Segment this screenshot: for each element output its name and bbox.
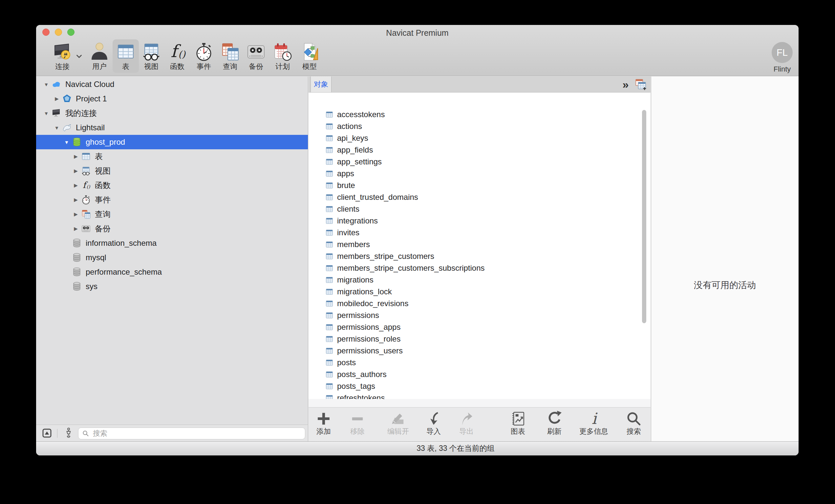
connection-filter-icon[interactable] — [62, 427, 75, 439]
sidebar-tree: ▼Navicat Cloud▶Project 1▼我的连接▼Lightsail▼… — [36, 77, 308, 425]
table-row[interactable]: accesstokens — [308, 109, 651, 121]
tree-item-performance-schema[interactable]: performance_schema — [36, 265, 308, 279]
table-icon — [325, 358, 334, 367]
table-row[interactable]: posts_authors — [308, 369, 651, 380]
scrollbar-thumb[interactable] — [642, 110, 646, 323]
edit-open-icon — [390, 410, 407, 427]
disclosure-right-icon[interactable]: ▶ — [71, 183, 81, 188]
table-icon — [81, 151, 91, 162]
table-row[interactable]: permissions — [308, 310, 651, 321]
refresh-button[interactable]: 刷新 — [539, 410, 569, 435]
tree-item-label: Lightsail — [76, 123, 105, 132]
tree-item-functions[interactable]: ▶f()函数 — [36, 178, 308, 193]
table-row[interactable]: permissions_apps — [308, 321, 651, 333]
table-row[interactable]: members — [308, 238, 651, 250]
toolbar-item-function[interactable]: f()函数 — [164, 39, 190, 73]
table-row[interactable]: permissions_users — [308, 345, 651, 357]
toolbar-item-schedule[interactable]: 计划 — [269, 39, 296, 73]
table-row[interactable]: posts_tags — [308, 380, 651, 392]
tree-item-lightsail[interactable]: ▼Lightsail — [36, 121, 308, 135]
table-row[interactable]: app_fields — [308, 144, 651, 156]
disclosure-down-icon[interactable]: ▼ — [41, 110, 51, 116]
add-icon — [315, 410, 332, 427]
tree-item-queries[interactable]: ▶查询 — [36, 207, 308, 222]
tree-item-ghost-prod[interactable]: ▼ghost_prod — [36, 135, 308, 149]
table-row[interactable]: migrations — [308, 274, 651, 286]
toolbar-item-model[interactable]: 模型 — [297, 39, 323, 73]
connection-dropdown-chevron[interactable] — [76, 54, 83, 59]
toolbar-item-view[interactable]: 视图 — [138, 39, 164, 73]
table-row[interactable]: apps — [308, 168, 651, 180]
tree-item-label: 我的连接 — [65, 108, 97, 119]
tab-objects[interactable]: 对象 — [310, 77, 331, 92]
user-icon — [89, 41, 110, 62]
toolbar-item-label: 备份 — [243, 63, 269, 70]
tree-item-tables[interactable]: ▶表 — [36, 149, 308, 164]
table-row[interactable]: invites — [308, 227, 651, 238]
user-avatar[interactable]: FL — [772, 42, 793, 63]
panel-toggle-icon[interactable] — [42, 428, 52, 438]
tree-item-information-schema[interactable]: information_schema — [36, 236, 308, 250]
tree-item-events[interactable]: ▶事件 — [36, 193, 308, 207]
table-row[interactable]: mobiledoc_revisions — [308, 298, 651, 310]
search-input[interactable] — [92, 429, 302, 438]
table-row[interactable]: members_stripe_customers_subscriptions — [308, 262, 651, 274]
toolbar-item-connection[interactable]: 连接 — [49, 39, 76, 73]
chart-button[interactable]: 图表 — [503, 410, 533, 435]
tree-item-backups[interactable]: ▶备份 — [36, 222, 308, 236]
add-button[interactable]: 添加 — [309, 410, 339, 435]
tree-item-views[interactable]: ▶视图 — [36, 164, 308, 178]
disclosure-down-icon[interactable]: ▼ — [52, 125, 62, 131]
toolbar-item-label: 查询 — [217, 63, 243, 70]
search-button[interactable]: 搜索 — [619, 410, 649, 435]
table-row[interactable]: clients — [308, 203, 651, 215]
table-row[interactable]: members_stripe_customers — [308, 250, 651, 262]
toolbar-item-user[interactable]: 用户 — [86, 39, 113, 73]
monitor-plug-icon — [52, 41, 73, 62]
table-row[interactable]: refreshtokens — [308, 392, 651, 399]
disclosure-down-icon[interactable]: ▼ — [62, 140, 72, 145]
sidebar-search-field — [78, 427, 305, 439]
table-row[interactable]: posts — [308, 357, 651, 369]
disclosure-right-icon[interactable]: ▶ — [52, 96, 62, 102]
table-name: permissions_apps — [337, 322, 401, 332]
disclosure-right-icon[interactable]: ▶ — [71, 197, 81, 203]
more-info-button[interactable]: i更多信息 — [579, 410, 609, 435]
more-info-icon: i — [585, 410, 602, 427]
table-row[interactable]: api_keys — [308, 132, 651, 144]
tree-item-label: information_schema — [86, 238, 157, 248]
tree-item-sys[interactable]: sys — [36, 279, 308, 294]
table-icon — [325, 228, 334, 237]
disclosure-right-icon[interactable]: ▶ — [71, 168, 81, 174]
table-row[interactable]: app_settings — [308, 156, 651, 168]
table-row[interactable]: actions — [308, 121, 651, 132]
toolbar-item-backup[interactable]: 备份 — [243, 39, 269, 73]
import-button[interactable]: 导入 — [419, 410, 448, 435]
disclosure-right-icon[interactable]: ▶ — [71, 211, 81, 217]
toolbar-item-event[interactable]: 事件 — [191, 39, 217, 73]
refresh-icon — [546, 410, 563, 427]
chevron-double-right-icon[interactable]: » — [620, 77, 631, 91]
tree-item-label: 备份 — [95, 224, 110, 234]
table-row[interactable]: permissions_roles — [308, 333, 651, 345]
tree-item-project-1[interactable]: ▶Project 1 — [36, 91, 308, 106]
tree-item-my-connections[interactable]: ▼我的连接 — [36, 106, 308, 121]
table-row[interactable]: brute — [308, 180, 651, 191]
tree-item-navicat-cloud[interactable]: ▼Navicat Cloud — [36, 77, 308, 91]
toolbar-item-label: 事件 — [191, 63, 217, 70]
toolbar-item-table[interactable]: 表 — [113, 39, 139, 73]
disclosure-down-icon[interactable]: ▼ — [41, 82, 51, 87]
table-row[interactable]: client_trusted_domains — [308, 191, 651, 203]
disclosure-right-icon[interactable]: ▶ — [71, 226, 81, 232]
table-row[interactable]: migrations_lock — [308, 286, 651, 298]
disclosure-right-icon[interactable]: ▶ — [71, 153, 81, 160]
db-gray-icon — [72, 281, 82, 292]
new-table-icon[interactable] — [634, 78, 647, 91]
toolbar-item-label: 用户 — [86, 63, 113, 70]
toolbar-item-query[interactable]: 查询 — [217, 39, 243, 73]
status-bar: 33 表, 33 个在当前的组 — [36, 441, 798, 456]
tree-item-mysql[interactable]: mysql — [36, 250, 308, 265]
mysql-icon — [62, 122, 72, 133]
table-row[interactable]: integrations — [308, 215, 651, 227]
table-name: posts — [337, 358, 356, 367]
